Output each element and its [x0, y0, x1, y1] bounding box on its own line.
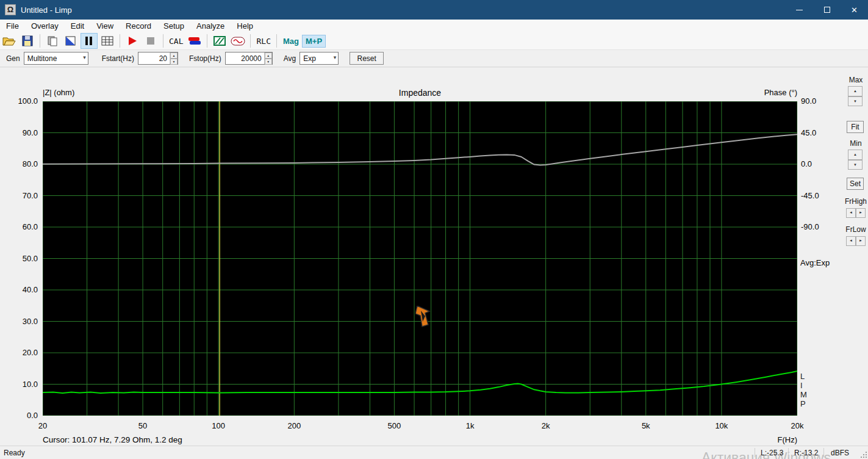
set-button[interactable]: Set	[847, 178, 864, 190]
freq-tick-label: 1k	[452, 421, 489, 430]
menu-view[interactable]: View	[90, 20, 120, 32]
save-button[interactable]	[19, 33, 36, 49]
freq-tick-label: 20k	[779, 421, 816, 430]
generator-setup-button[interactable]	[229, 33, 246, 49]
copy-pages-icon	[47, 35, 58, 46]
limp-logo-vertical: L I M P	[800, 372, 807, 408]
fstart-spinner[interactable]: ▲ ▼	[170, 52, 178, 64]
stop-record-button[interactable]	[142, 33, 159, 49]
fstop-spinner[interactable]: ▲ ▼	[264, 52, 272, 64]
toolbar-separator	[120, 34, 120, 48]
window-title: Untitled - Limp	[21, 5, 72, 15]
magnitude-phase-view-button[interactable]: M+P	[302, 35, 326, 48]
fit-button[interactable]: Fit	[847, 121, 864, 133]
down-icon[interactable]: ▼	[848, 160, 863, 170]
start-record-button[interactable]	[124, 33, 141, 49]
rlc-mode-button[interactable]: RLC	[254, 37, 273, 46]
green-diagonal-icon	[213, 36, 226, 46]
left-icon[interactable]: ◄	[846, 236, 856, 246]
up-icon[interactable]: ▲	[265, 52, 272, 59]
plot-canvas[interactable]	[43, 101, 797, 416]
menu-analyze[interactable]: Analyze	[190, 20, 231, 32]
title-bar: Ω Untitled - Limp ✕	[0, 0, 868, 20]
reset-button[interactable]: Reset	[350, 52, 384, 65]
up-icon[interactable]: ▲	[848, 150, 863, 160]
right-icon[interactable]: ►	[856, 236, 866, 246]
bar-graph-view-button[interactable]	[81, 33, 98, 49]
right-icon[interactable]: ►	[856, 208, 866, 218]
measurement-setup-button[interactable]	[211, 33, 228, 49]
averaging-select[interactable]: Exp ▾	[299, 52, 339, 65]
frlow-spinner[interactable]: ◄ ►	[846, 236, 866, 246]
freq-tick-label: 50	[124, 421, 161, 430]
toolbar-separator	[276, 34, 277, 48]
generator-type-select[interactable]: Multitone ▾	[24, 52, 88, 65]
close-button[interactable]: ✕	[841, 0, 868, 20]
ohm-tick-label: 80.0	[0, 159, 38, 168]
ohm-tick-label: 0.0	[0, 411, 38, 420]
maximize-button[interactable]	[813, 0, 841, 20]
magnitude-view-button[interactable]: Mag	[280, 35, 302, 47]
freq-tick-label: 500	[376, 421, 412, 430]
frhigh-spinner[interactable]: ◄ ►	[846, 208, 866, 218]
toolbar-separator	[207, 34, 207, 48]
down-icon[interactable]: ▼	[265, 59, 272, 65]
save-floppy-icon	[22, 35, 33, 46]
copy-button[interactable]	[44, 33, 61, 49]
toolbar-separator	[40, 34, 40, 48]
avg-annotation: Avg:Exp	[800, 258, 830, 267]
impedance-magnitude-curve	[43, 371, 797, 393]
toolbar-separator	[163, 34, 163, 48]
freq-tick-label: 20	[24, 421, 61, 430]
fstart-input[interactable]: 20 ▲ ▼	[138, 52, 178, 65]
phase-tick-label: -45.0	[801, 191, 844, 200]
up-icon[interactable]: ▲	[170, 52, 178, 59]
close-icon: ✕	[851, 5, 858, 15]
left-icon[interactable]: ◄	[846, 208, 856, 218]
up-icon[interactable]: ▲	[848, 86, 863, 96]
background-color-button[interactable]	[62, 33, 79, 49]
color-setup-button[interactable]	[186, 33, 203, 49]
limp-window: Ω Untitled - Limp ✕ File Overlay Edit Vi…	[0, 0, 868, 459]
menu-bar: File Overlay Edit View Record Setup Anal…	[0, 20, 868, 32]
left-channel-level: L:-25.3	[761, 449, 783, 457]
freq-tick-label: 100	[200, 421, 237, 430]
menu-overlay[interactable]: Overlay	[25, 20, 65, 32]
toolbar-separator	[250, 34, 251, 48]
graph-scale-panel: Max ▲ ▼ Fit Min ▲ ▼ Set FrHigh ◄ ► FrLow…	[844, 67, 868, 446]
min-label: Min	[844, 139, 868, 148]
frlow-label: FrLow	[844, 225, 868, 234]
min-spinner[interactable]: ▲ ▼	[848, 150, 863, 170]
phase-tick-label: 90.0	[801, 96, 844, 106]
menu-file[interactable]: File	[0, 20, 25, 32]
maximize-icon	[824, 7, 830, 13]
right-channel-level: R:-13.2	[794, 449, 818, 457]
fstop-label: Fstop(Hz)	[189, 54, 221, 63]
dropdown-icon: ▾	[83, 54, 86, 60]
x-axis-title: F(Hz)	[761, 435, 797, 444]
app-icon: Ω	[5, 4, 16, 15]
freq-tick-label: 200	[276, 421, 312, 430]
phase-tick-label: 0.0	[801, 159, 844, 168]
open-file-button[interactable]	[1, 33, 18, 49]
freq-tick-label: 10k	[703, 421, 740, 430]
menu-help[interactable]: Help	[231, 20, 259, 32]
status-ready: Ready	[4, 449, 25, 457]
open-folder-icon	[2, 35, 16, 46]
menu-edit[interactable]: Edit	[65, 20, 90, 32]
down-icon[interactable]: ▼	[848, 96, 863, 107]
resize-grip[interactable]	[859, 450, 867, 458]
ohm-tick-label: 20.0	[0, 348, 38, 357]
menu-record[interactable]: Record	[120, 20, 157, 32]
level-units: dBFS	[831, 449, 849, 457]
calibrate-button[interactable]: CAL	[167, 37, 185, 46]
down-icon[interactable]: ▼	[170, 59, 178, 65]
menu-setup[interactable]: Setup	[157, 20, 190, 32]
ohm-tick-label: 40.0	[0, 285, 38, 294]
max-spinner[interactable]: ▲ ▼	[848, 86, 863, 106]
fstop-input[interactable]: 20000 ▲ ▼	[225, 52, 273, 65]
cursor-readout: Cursor: 101.07 Hz, 7.29 Ohm, 1.2 deg	[43, 435, 182, 444]
ohm-tick-label: 30.0	[0, 317, 38, 326]
minimize-button[interactable]	[786, 0, 813, 20]
table-view-button[interactable]	[99, 33, 116, 49]
